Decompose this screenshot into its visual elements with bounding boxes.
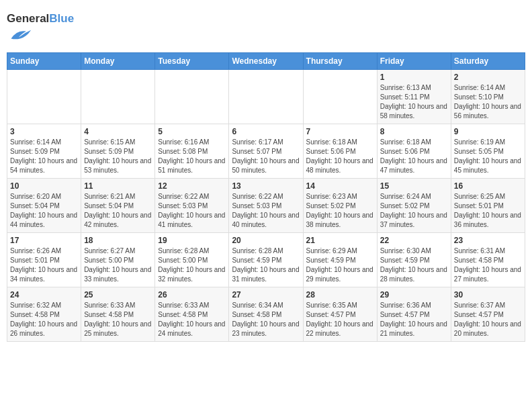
day-info: Sunrise: 6:15 AM Sunset: 5:09 PM Dayligh…	[84, 138, 152, 175]
calendar-day-cell: 5Sunrise: 6:16 AM Sunset: 5:08 PM Daylig…	[155, 124, 229, 178]
day-number: 21	[306, 236, 374, 245]
day-number: 19	[158, 236, 226, 245]
day-number: 11	[84, 181, 152, 191]
day-of-week-header: Friday	[377, 52, 451, 69]
day-info: Sunrise: 6:18 AM Sunset: 5:06 PM Dayligh…	[380, 138, 448, 175]
calendar-day-cell	[81, 69, 155, 124]
calendar-week-row: 10Sunrise: 6:20 AM Sunset: 5:04 PM Dayli…	[7, 178, 525, 232]
day-info: Sunrise: 6:13 AM Sunset: 5:11 PM Dayligh…	[380, 83, 448, 121]
calendar-day-cell	[155, 69, 229, 124]
calendar-day-cell: 29Sunrise: 6:36 AM Sunset: 4:57 PM Dayli…	[377, 287, 451, 341]
calendar-day-cell: 4Sunrise: 6:15 AM Sunset: 5:09 PM Daylig…	[81, 124, 155, 178]
calendar-day-cell: 21Sunrise: 6:29 AM Sunset: 4:59 PM Dayli…	[303, 232, 377, 287]
day-info: Sunrise: 6:20 AM Sunset: 5:04 PM Dayligh…	[10, 192, 78, 230]
logo-bird-icon	[8, 26, 32, 44]
calendar-header-row: SundayMondayTuesdayWednesdayThursdayFrid…	[7, 52, 525, 69]
day-info: Sunrise: 6:35 AM Sunset: 4:57 PM Dayligh…	[306, 301, 374, 338]
day-info: Sunrise: 6:19 AM Sunset: 5:05 PM Dayligh…	[454, 138, 522, 175]
calendar-week-row: 3Sunrise: 6:14 AM Sunset: 5:09 PM Daylig…	[7, 124, 525, 178]
calendar-table: SundayMondayTuesdayWednesdayThursdayFrid…	[7, 52, 525, 342]
calendar-day-cell: 27Sunrise: 6:34 AM Sunset: 4:58 PM Dayli…	[229, 287, 303, 341]
day-info: Sunrise: 6:16 AM Sunset: 5:08 PM Dayligh…	[158, 138, 226, 175]
logo-text: GeneralBlue	[7, 12, 74, 26]
logo: GeneralBlue	[7, 12, 74, 47]
day-number: 16	[454, 181, 522, 191]
calendar-day-cell: 18Sunrise: 6:27 AM Sunset: 5:00 PM Dayli…	[81, 232, 155, 287]
day-number: 20	[232, 236, 300, 245]
calendar-day-cell: 2Sunrise: 6:14 AM Sunset: 5:10 PM Daylig…	[451, 69, 525, 124]
day-number: 10	[10, 181, 78, 191]
day-info: Sunrise: 6:14 AM Sunset: 5:10 PM Dayligh…	[454, 83, 522, 121]
day-info: Sunrise: 6:28 AM Sunset: 4:59 PM Dayligh…	[232, 246, 300, 284]
day-number: 28	[306, 290, 374, 300]
day-number: 7	[306, 127, 374, 136]
day-info: Sunrise: 6:33 AM Sunset: 4:58 PM Dayligh…	[158, 301, 226, 338]
day-info: Sunrise: 6:24 AM Sunset: 5:02 PM Dayligh…	[380, 192, 448, 230]
day-info: Sunrise: 6:17 AM Sunset: 5:07 PM Dayligh…	[232, 138, 300, 175]
day-of-week-header: Tuesday	[155, 52, 229, 69]
day-of-week-header: Thursday	[303, 52, 377, 69]
day-number: 14	[306, 181, 374, 191]
day-info: Sunrise: 6:22 AM Sunset: 5:03 PM Dayligh…	[158, 192, 226, 230]
calendar-day-cell: 3Sunrise: 6:14 AM Sunset: 5:09 PM Daylig…	[7, 124, 81, 178]
calendar-week-row: 1Sunrise: 6:13 AM Sunset: 5:11 PM Daylig…	[7, 69, 525, 124]
calendar-day-cell: 24Sunrise: 6:32 AM Sunset: 4:58 PM Dayli…	[7, 287, 81, 341]
calendar-day-cell: 8Sunrise: 6:18 AM Sunset: 5:06 PM Daylig…	[377, 124, 451, 178]
day-number: 3	[10, 127, 78, 136]
day-number: 5	[158, 127, 226, 136]
calendar-day-cell: 25Sunrise: 6:33 AM Sunset: 4:58 PM Dayli…	[81, 287, 155, 341]
calendar-day-cell: 28Sunrise: 6:35 AM Sunset: 4:57 PM Dayli…	[303, 287, 377, 341]
day-info: Sunrise: 6:36 AM Sunset: 4:57 PM Dayligh…	[380, 301, 448, 338]
day-of-week-header: Sunday	[7, 52, 81, 69]
day-number: 26	[158, 290, 226, 300]
calendar-week-row: 17Sunrise: 6:26 AM Sunset: 5:01 PM Dayli…	[7, 232, 525, 287]
day-number: 12	[158, 181, 226, 191]
day-of-week-header: Monday	[81, 52, 155, 69]
day-number: 25	[84, 290, 152, 300]
calendar-day-cell	[7, 69, 81, 124]
calendar-day-cell: 1Sunrise: 6:13 AM Sunset: 5:11 PM Daylig…	[377, 69, 451, 124]
day-number: 27	[232, 290, 300, 300]
day-number: 6	[232, 127, 300, 136]
calendar-day-cell: 13Sunrise: 6:22 AM Sunset: 5:03 PM Dayli…	[229, 178, 303, 232]
day-number: 15	[380, 181, 448, 191]
day-number: 23	[454, 236, 522, 245]
day-info: Sunrise: 6:33 AM Sunset: 4:58 PM Dayligh…	[84, 301, 152, 338]
calendar-day-cell	[303, 69, 377, 124]
day-number: 1	[380, 73, 448, 82]
day-info: Sunrise: 6:23 AM Sunset: 5:02 PM Dayligh…	[306, 192, 374, 230]
calendar-day-cell: 19Sunrise: 6:28 AM Sunset: 5:00 PM Dayli…	[155, 232, 229, 287]
calendar-day-cell: 10Sunrise: 6:20 AM Sunset: 5:04 PM Dayli…	[7, 178, 81, 232]
calendar-day-cell: 9Sunrise: 6:19 AM Sunset: 5:05 PM Daylig…	[451, 124, 525, 178]
calendar-day-cell: 26Sunrise: 6:33 AM Sunset: 4:58 PM Dayli…	[155, 287, 229, 341]
calendar-day-cell: 12Sunrise: 6:22 AM Sunset: 5:03 PM Dayli…	[155, 178, 229, 232]
day-info: Sunrise: 6:29 AM Sunset: 4:59 PM Dayligh…	[306, 246, 374, 284]
day-number: 17	[10, 236, 78, 245]
day-number: 29	[380, 290, 448, 300]
calendar-day-cell: 11Sunrise: 6:21 AM Sunset: 5:04 PM Dayli…	[81, 178, 155, 232]
day-of-week-header: Wednesday	[229, 52, 303, 69]
day-number: 8	[380, 127, 448, 136]
day-info: Sunrise: 6:32 AM Sunset: 4:58 PM Dayligh…	[10, 301, 78, 338]
day-info: Sunrise: 6:25 AM Sunset: 5:01 PM Dayligh…	[454, 192, 522, 230]
day-info: Sunrise: 6:18 AM Sunset: 5:06 PM Dayligh…	[306, 138, 374, 175]
calendar-day-cell: 20Sunrise: 6:28 AM Sunset: 4:59 PM Dayli…	[229, 232, 303, 287]
day-number: 4	[84, 127, 152, 136]
day-info: Sunrise: 6:22 AM Sunset: 5:03 PM Dayligh…	[232, 192, 300, 230]
calendar-day-cell: 15Sunrise: 6:24 AM Sunset: 5:02 PM Dayli…	[377, 178, 451, 232]
day-info: Sunrise: 6:28 AM Sunset: 5:00 PM Dayligh…	[158, 246, 226, 284]
calendar-day-cell: 23Sunrise: 6:31 AM Sunset: 4:58 PM Dayli…	[451, 232, 525, 287]
day-number: 24	[10, 290, 78, 300]
day-number: 30	[454, 290, 522, 300]
day-info: Sunrise: 6:37 AM Sunset: 4:57 PM Dayligh…	[454, 301, 522, 338]
day-info: Sunrise: 6:34 AM Sunset: 4:58 PM Dayligh…	[232, 301, 300, 338]
day-info: Sunrise: 6:27 AM Sunset: 5:00 PM Dayligh…	[84, 246, 152, 284]
calendar-day-cell: 17Sunrise: 6:26 AM Sunset: 5:01 PM Dayli…	[7, 232, 81, 287]
day-number: 2	[454, 73, 522, 82]
day-info: Sunrise: 6:31 AM Sunset: 4:58 PM Dayligh…	[454, 246, 522, 284]
day-info: Sunrise: 6:21 AM Sunset: 5:04 PM Dayligh…	[84, 192, 152, 230]
calendar-day-cell: 6Sunrise: 6:17 AM Sunset: 5:07 PM Daylig…	[229, 124, 303, 178]
calendar-day-cell: 7Sunrise: 6:18 AM Sunset: 5:06 PM Daylig…	[303, 124, 377, 178]
day-number: 18	[84, 236, 152, 245]
day-number: 9	[454, 127, 522, 136]
